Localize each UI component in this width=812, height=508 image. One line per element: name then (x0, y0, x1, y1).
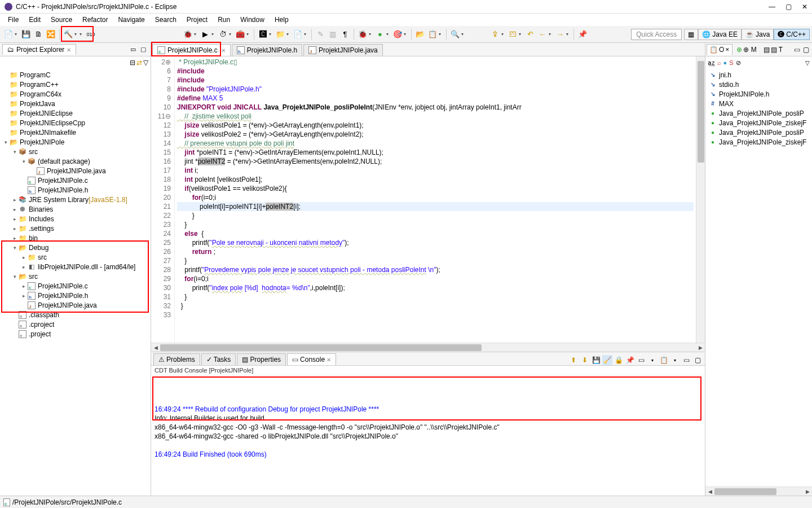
view-menu-icon[interactable]: ▽ (805, 60, 810, 66)
code-text[interactable]: * ProjektJNIPole.c▯#include #include #in… (175, 56, 696, 343)
menu-file[interactable]: File (3, 15, 23, 25)
dropdown-arrow-icon[interactable]: ▾ (246, 32, 250, 37)
close-icon[interactable]: ✕ (221, 47, 226, 54)
twisty-icon[interactable]: ▸ (11, 235, 18, 241)
outline-item[interactable]: MAX (705, 99, 812, 108)
quick-access-input[interactable]: Quick Access (631, 29, 682, 40)
maximize-view-icon[interactable]: ▢ (803, 46, 811, 54)
menu-source[interactable]: Source (46, 15, 77, 25)
close-icon[interactable]: ✕ (725, 47, 730, 52)
twisty-icon[interactable]: ▾ (11, 149, 18, 155)
close-icon[interactable]: ✕ (326, 357, 331, 363)
dropdown-arrow-icon[interactable]: ▾ (404, 32, 408, 37)
dropdown-arrow-icon[interactable]: ▾ (229, 32, 233, 37)
next-annotation-icon[interactable]: ⮹ (508, 29, 518, 40)
scroll-left-icon[interactable]: ◀ (151, 343, 160, 352)
display-console-icon[interactable]: ▭ (636, 355, 646, 365)
tree-node[interactable]: ▸JRE System Library [JavaSE-1.8] (0, 195, 151, 204)
tree-node[interactable]: ProjektJNIEclipseCpp (0, 118, 151, 128)
project-explorer-tab[interactable]: 🗂 Project Explorer ✕ (2, 44, 76, 55)
dropdown-arrow-icon[interactable]: ▾ (194, 32, 198, 37)
pin-console-icon[interactable]: 📌 (625, 355, 635, 365)
dropdown-arrow-icon[interactable]: ▾ (286, 32, 290, 37)
minimize-view-icon[interactable]: ▭ (681, 355, 691, 365)
menu-help[interactable]: Help (270, 15, 293, 25)
dropdown-arrow-icon[interactable]: ▾ (647, 355, 657, 365)
dropdown-arrow-icon[interactable]: ▾ (386, 32, 390, 37)
minimize-view-icon[interactable]: ▭ (129, 45, 138, 54)
code-area[interactable]: 2⊕67891011⊖12131415161718192021222324252… (151, 56, 705, 343)
menu-navigate[interactable]: Navigate (113, 15, 149, 25)
tree-node[interactable]: ▾ProjektJNIPole (0, 137, 151, 147)
link-editor-icon[interactable]: ⇄ (136, 59, 142, 67)
outline-item[interactable]: Java_ProjektJNIPole_ziskejF (705, 118, 812, 128)
console-body[interactable]: 16:49:24 **** Rebuild of configuration D… (151, 375, 705, 496)
tree-node[interactable]: ▸src (0, 252, 151, 262)
open-task-icon[interactable]: 📋 (427, 29, 438, 40)
sort-icon[interactable]: a͢z (708, 59, 715, 67)
view-menu-icon[interactable]: ▽ (143, 59, 148, 67)
maximize-view-icon[interactable]: ▢ (139, 45, 148, 54)
minimize-button[interactable]: — (769, 3, 775, 11)
last-edit-icon[interactable]: ↶ (525, 29, 535, 40)
tree-node[interactable]: ▸ProjektJNIPole.h (0, 291, 151, 300)
twisty-icon[interactable]: ▾ (11, 274, 18, 279)
close-button[interactable]: ✕ (802, 3, 807, 11)
menu-run[interactable]: Run (213, 15, 235, 25)
tree-node[interactable]: ProjektJNIPole.java (0, 166, 151, 176)
bottom-tab-properties[interactable]: ▤Properties (237, 353, 286, 365)
perspective-Java EE[interactable]: 🌐Java EE (698, 29, 742, 40)
back-icon[interactable]: ← (537, 29, 548, 40)
tree-node[interactable]: ▸ProjektJNIPole.c (0, 281, 151, 291)
dropdown-arrow-icon[interactable]: ▾ (461, 32, 465, 37)
coverage-icon[interactable]: 🎯 (392, 29, 403, 40)
scroll-thumb[interactable] (160, 344, 482, 351)
horizontal-scrollbar[interactable]: ◀ ▶ (151, 343, 705, 352)
dropdown-arrow-icon[interactable]: ▾ (15, 32, 19, 37)
tree-node[interactable]: ProjektJNIPole.h (0, 185, 151, 195)
outline-tab-t[interactable]: ▤▤ T (761, 44, 785, 55)
save-icon[interactable]: 💾 (21, 29, 31, 40)
dropdown-arrow-icon[interactable]: ▾ (211, 32, 215, 37)
menu-project[interactable]: Project (182, 15, 212, 25)
tree-node[interactable]: ▾(default package) (0, 156, 151, 166)
hide-fields-icon[interactable]: ● (723, 59, 727, 66)
run-icon[interactable]: ▶ (200, 29, 210, 40)
twisty-icon[interactable]: ▸ (11, 197, 18, 203)
dropdown-arrow-icon[interactable]: ▾ (74, 32, 78, 37)
editor-tab[interactable]: ProjektJNIPole.h (232, 44, 302, 56)
menu-edit[interactable]: Edit (24, 15, 45, 25)
project-tree[interactable]: ProgramCProgramC++ProgramC64xProjektJava… (0, 69, 151, 496)
tree-node[interactable]: ProjektJava (0, 99, 151, 108)
editor-tab[interactable]: ProjektJNIPole.java (303, 44, 383, 56)
outline-item[interactable]: stdio.h (705, 80, 812, 89)
tree-node[interactable]: ProjektJNImakefile (0, 128, 151, 137)
profile-icon[interactable]: ⏱ (218, 29, 228, 40)
dropdown-arrow-icon[interactable]: ▾ (670, 355, 680, 365)
outline-hscroll[interactable]: ◀ ▶ (705, 487, 812, 496)
external-tools-icon[interactable]: 🧰 (235, 29, 245, 40)
tree-node[interactable]: ProgramC64x (0, 89, 151, 99)
bottom-tab-console[interactable]: ▭Console✕ (287, 353, 336, 365)
tree-node[interactable]: ▸Binaries (0, 204, 151, 214)
close-icon[interactable]: ✕ (67, 47, 71, 53)
outline-item[interactable]: jni.h (705, 70, 812, 80)
outline-item[interactable]: Java_ProjektJNIPole_posliP (705, 108, 812, 118)
block-icon[interactable]: ▥ (328, 29, 338, 40)
outline-tab-o[interactable]: 📋O✕ (707, 44, 732, 55)
twisty-icon[interactable]: ▾ (2, 139, 9, 145)
filter-icon[interactable]: ⌕ (717, 59, 721, 66)
new-icon[interactable]: 📄 (3, 29, 14, 40)
prev-icon[interactable]: ⬆ (568, 355, 579, 365)
forward-icon[interactable]: → (555, 29, 565, 40)
dropdown-arrow-icon[interactable]: ▾ (566, 32, 570, 37)
twisty-icon[interactable]: ▸ (20, 255, 27, 260)
outline-item[interactable]: Java_ProjektJNIPole_ziskejF (705, 137, 812, 147)
hide-static-icon[interactable]: S (729, 59, 733, 66)
hammer-icon[interactable]: 🔨 (63, 29, 73, 40)
outline-item[interactable]: Java_ProjektJNIPole_posliP (705, 128, 812, 137)
outline-tab-m[interactable]: ⊕⊕ M (734, 44, 759, 55)
scroll-thumb[interactable] (698, 61, 704, 163)
dropdown-arrow-icon[interactable]: ▾ (269, 32, 273, 37)
menu-refactor[interactable]: Refactor (78, 15, 112, 25)
